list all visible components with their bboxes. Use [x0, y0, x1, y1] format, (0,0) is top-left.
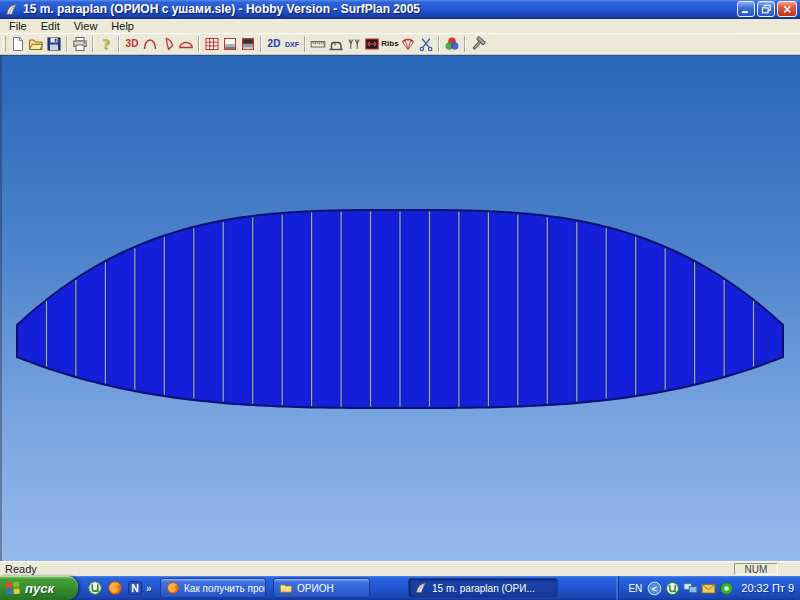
toolbar-separator: [260, 36, 262, 52]
scissors-button[interactable]: [417, 35, 435, 54]
tools-button[interactable]: [469, 35, 487, 54]
firefox-icon[interactable]: [107, 580, 123, 596]
folder-icon: [279, 581, 293, 595]
window-controls: [737, 1, 797, 17]
app-icon: [4, 2, 19, 17]
menu-help[interactable]: Help: [104, 20, 141, 32]
taskbar: пуск N » Как получить проце...ОРИОН15 m.…: [0, 576, 800, 600]
close-button[interactable]: [777, 1, 797, 17]
dxf-icon: DXF: [285, 41, 299, 48]
utorrent-icon[interactable]: [87, 580, 103, 596]
open-button[interactable]: [27, 35, 45, 54]
arch-button[interactable]: [141, 35, 159, 54]
panel-dark-button[interactable]: [239, 35, 257, 54]
toolbar-separator: [438, 36, 440, 52]
tray-icons: <: [647, 581, 734, 596]
ribs-button[interactable]: Ribs: [381, 35, 399, 54]
restore-button[interactable]: [757, 1, 775, 17]
ribs-icon: Ribs: [381, 40, 398, 48]
menu-view[interactable]: View: [67, 20, 105, 32]
panel-flag-button[interactable]: [159, 35, 177, 54]
view-2d-button[interactable]: 2D: [265, 35, 283, 54]
mail-icon[interactable]: [701, 581, 716, 596]
new-button[interactable]: [9, 35, 27, 54]
span-box-button[interactable]: [363, 35, 381, 54]
utorrent-icon[interactable]: [665, 581, 680, 596]
system-tray: EN < 20:32 Пт 9: [618, 576, 800, 600]
taskbar-button-0[interactable]: Как получить проце...: [160, 578, 266, 598]
toolbar-separator: [118, 36, 120, 52]
plotter-button[interactable]: [327, 35, 345, 54]
bridle-lines-button[interactable]: [345, 35, 363, 54]
toolbar-grip: [3, 36, 6, 52]
start-label: пуск: [25, 581, 54, 596]
clock: 20:32 Пт 9: [741, 582, 794, 594]
panel-light-button[interactable]: [221, 35, 239, 54]
save-button[interactable]: [45, 35, 63, 54]
help-button[interactable]: ??: [97, 35, 115, 54]
toolbar-separator: [464, 36, 466, 52]
bridle-arch-button[interactable]: [399, 35, 417, 54]
chevron-right-icon[interactable]: »: [146, 583, 152, 594]
menu-file[interactable]: File: [2, 20, 34, 32]
title-bar[interactable]: 15 m. paraplan (ОРИОН с ушами.sle) - Hob…: [0, 0, 800, 19]
wing-svg: [0, 55, 800, 561]
dxf-button[interactable]: DXF: [283, 35, 301, 54]
svg-text:<: <: [652, 583, 658, 593]
display-icon[interactable]: [683, 581, 698, 596]
n-app-icon[interactable]: N: [127, 580, 143, 596]
status-bar: Ready NUM: [0, 561, 800, 576]
svg-text:?: ?: [102, 36, 110, 52]
ruler-button[interactable]: [309, 35, 327, 54]
taskbar-button-label: 15 m. paraplan (ОРИ...: [432, 583, 535, 594]
language-indicator[interactable]: EN: [626, 582, 644, 595]
surfplan-window: 15 m. paraplan (ОРИОН с ушами.sle) - Hob…: [0, 0, 800, 600]
view-3d-button[interactable]: 3D: [123, 35, 141, 54]
quick-launch: N: [87, 580, 143, 596]
firefox-icon: [166, 581, 180, 595]
design-canvas[interactable]: [0, 55, 800, 561]
toolbar: ??3D2DDXFRibs: [0, 33, 800, 55]
grid-button[interactable]: [203, 35, 221, 54]
start-button[interactable]: пуск: [0, 576, 78, 600]
menu-edit[interactable]: Edit: [34, 20, 67, 32]
print-button[interactable]: [71, 35, 89, 54]
window-title: 15 m. paraplan (ОРИОН с ушами.sle) - Hob…: [23, 2, 420, 16]
toolbar-separator: [304, 36, 306, 52]
menu-bar: FileEditViewHelp: [0, 19, 800, 33]
num-indicator: NUM: [734, 563, 778, 575]
svg-text:N: N: [131, 582, 139, 594]
windows-flag-icon: [5, 580, 21, 596]
taskbar-button-label: ОРИОН: [297, 583, 334, 594]
dome-button[interactable]: [177, 35, 195, 54]
toolbar-separator: [66, 36, 68, 52]
tray-chevron-icon[interactable]: <: [647, 581, 662, 596]
status-message: Ready: [5, 563, 37, 575]
taskbar-button-2[interactable]: 15 m. paraplan (ОРИ...: [408, 578, 558, 598]
icq-icon[interactable]: [719, 581, 734, 596]
surfplan-icon: [414, 581, 428, 595]
taskbar-button-1[interactable]: ОРИОН: [273, 578, 370, 598]
toolbar-separator: [198, 36, 200, 52]
colors-button[interactable]: [443, 35, 461, 54]
view-2d-icon: 2D: [268, 39, 281, 49]
view-3d-icon: 3D: [126, 39, 139, 49]
minimize-button[interactable]: [737, 1, 755, 17]
taskbar-button-label: Как получить проце...: [184, 583, 266, 594]
toolbar-separator: [92, 36, 94, 52]
